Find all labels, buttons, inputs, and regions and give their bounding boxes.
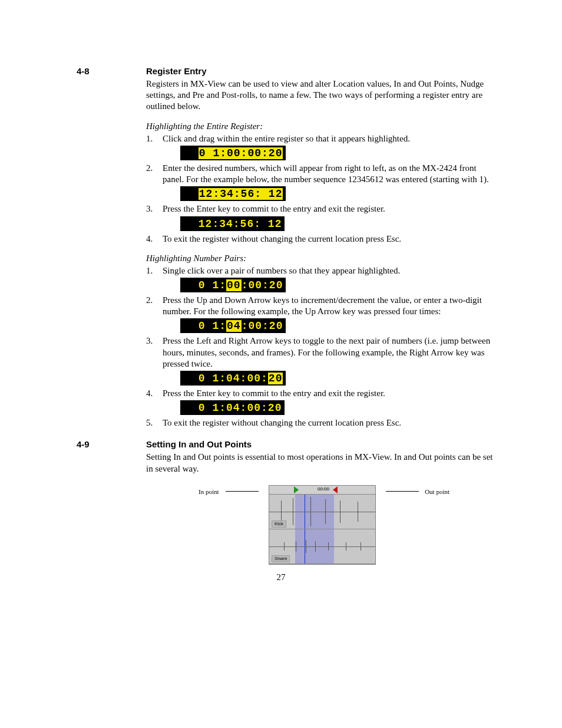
- waveform-icon: [346, 542, 346, 551]
- intro-paragraph: Setting In and Out points is essential t…: [146, 452, 498, 474]
- out-point-label: Out point: [425, 487, 449, 496]
- subheading-entire-register: Highlighting the Entire Register:: [146, 121, 498, 132]
- section-4-8-header: 4-8 Register Entry: [77, 66, 498, 76]
- lcd-value: 12:34:56: 12: [199, 218, 282, 230]
- section-4-9-body: Setting In and Out points is essential t…: [146, 452, 498, 564]
- step-number: 4.: [146, 388, 163, 399]
- section-4-9-header: 4-9 Setting In and Out Points: [77, 439, 498, 449]
- ruler-timecode: 00:00: [318, 486, 329, 492]
- lcd-display: 12:34:56: 12: [180, 186, 498, 201]
- waveform-icon: [340, 500, 340, 523]
- section-title: Register Entry: [146, 66, 207, 76]
- step-number: 3.: [146, 203, 163, 215]
- track-row: Kick: [269, 495, 375, 529]
- lcd-pre: 0 1:: [199, 320, 226, 332]
- step-number: 1.: [146, 133, 163, 144]
- out-marker-icon: [333, 486, 338, 493]
- section-number: 4-9: [77, 439, 146, 449]
- in-out-figure: In point Out point 00:00: [146, 485, 498, 565]
- track-row: Snare: [269, 529, 375, 564]
- waveform-icon: [269, 546, 375, 547]
- step-text: Enter the desired numbers, which will ap…: [163, 163, 498, 185]
- lcd-value: 0 1:04:00:20: [199, 402, 282, 414]
- in-marker-icon: [294, 486, 299, 493]
- step-text: Press the Enter key to commit to the ent…: [163, 203, 498, 215]
- section-4-8-body: Registers in MX-View can be used to view…: [146, 78, 498, 429]
- step-number: 1.: [146, 265, 163, 276]
- waveform-icon: [269, 512, 375, 512]
- subheading-number-pairs: Highlighting Number Pairs:: [146, 253, 498, 264]
- step-text: Press the Enter key to commit to the ent…: [163, 388, 498, 399]
- in-point-label: In point: [199, 487, 219, 496]
- lcd-pre: 0 1:04:00:: [199, 373, 268, 384]
- waveform-icon: [325, 499, 326, 524]
- timeline-ruler: 00:00: [269, 486, 375, 495]
- lcd-display: 0 1:04:00:20: [180, 318, 498, 333]
- document-page: 4-8 Register Entry Registers in MX-View …: [0, 0, 562, 600]
- waveform-icon: [306, 540, 306, 553]
- step-text: Single click over a pair of numbers so t…: [163, 265, 498, 276]
- waveform-icon: [284, 542, 285, 551]
- step-text: Press the Left and Right Arrow keys to t…: [163, 335, 498, 370]
- section-title: Setting In and Out Points: [146, 439, 252, 449]
- lcd-highlight: 20: [268, 373, 283, 384]
- step-number: 2.: [146, 163, 163, 185]
- waveform-icon: [296, 541, 296, 552]
- track-label: Kick: [272, 521, 286, 528]
- lcd-post: :00:20: [242, 279, 283, 291]
- step-text: To exit the register without changing th…: [163, 233, 498, 245]
- intro-paragraph: Registers in MX-View can be used to view…: [146, 78, 498, 113]
- waveform-icon: [315, 541, 316, 552]
- steps-entire-register: 1. Click and drag within the entire regi…: [146, 133, 498, 144]
- step-number: 4.: [146, 233, 163, 245]
- step-text: Click and drag within the entire registe…: [163, 133, 498, 144]
- lcd-highlight: 00: [226, 279, 242, 291]
- lcd-display: 12:34:56: 12: [180, 216, 498, 231]
- lcd-value: 0 1:00:00:20: [199, 147, 283, 159]
- callout-line-icon: [386, 491, 419, 492]
- waveform-icon: [293, 498, 293, 525]
- section-number: 4-8: [77, 66, 146, 76]
- timeline-view: 00:00 Kick: [269, 485, 376, 565]
- lcd-display: 0 1:04:00:20: [180, 400, 498, 415]
- waveform-icon: [310, 497, 311, 526]
- step-text: Press the Up and Down Arrow keys to incr…: [163, 295, 498, 317]
- waveform-icon: [281, 500, 282, 523]
- lcd-value: 12:34:56: 12: [199, 188, 283, 200]
- step-number: 5.: [146, 417, 163, 429]
- step-number: 2.: [146, 295, 163, 317]
- waveform-icon: [358, 502, 358, 522]
- step-text: To exit the register without changing th…: [163, 417, 498, 429]
- lcd-display: 0 1:04:00:20: [180, 371, 498, 386]
- step-number: 3.: [146, 335, 163, 370]
- waveform-icon: [328, 542, 329, 551]
- lcd-display: 0 1:00:00:20: [180, 278, 498, 292]
- lcd-display: 0 1:00:00:20: [180, 146, 498, 160]
- callout-line-icon: [226, 491, 259, 492]
- track-label: Snare: [272, 555, 290, 562]
- waveform-icon: [361, 542, 361, 551]
- page-number: 27: [0, 572, 562, 582]
- lcd-post: :00:20: [242, 320, 283, 332]
- lcd-highlight: 04: [226, 320, 242, 332]
- lcd-pre: 0 1:: [199, 279, 226, 291]
